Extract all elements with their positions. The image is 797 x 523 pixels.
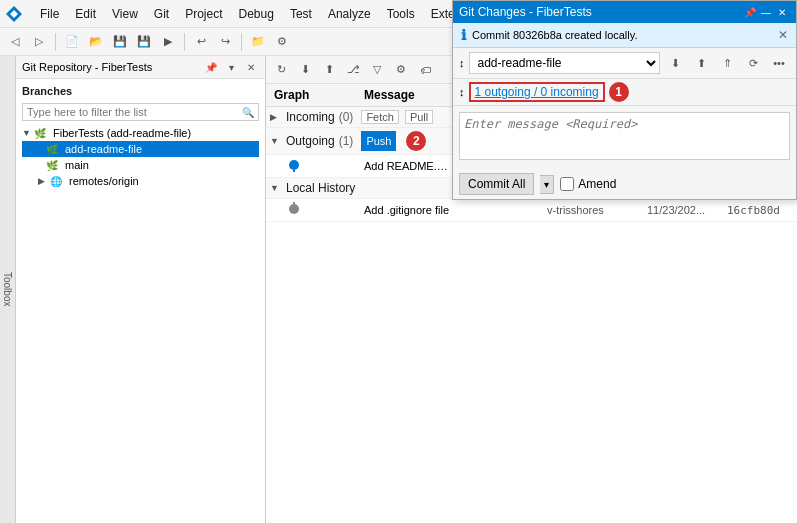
tag-btn[interactable]: 🏷 [414, 59, 436, 81]
filter-box[interactable]: 🔍 [22, 103, 259, 121]
row-date-local-1: 11/23/202... [643, 204, 723, 216]
tree-label-repo: FiberTests (add-readme-file) [53, 127, 191, 139]
gc-title-bar: Git Changes - FiberTests 📌 — ✕ [453, 1, 796, 23]
menu-tools[interactable]: Tools [379, 0, 423, 27]
back-btn[interactable]: ◁ [4, 31, 26, 53]
toolbar-divider-1 [55, 33, 56, 51]
annotation-2-badge: 2 [406, 131, 426, 151]
refresh-btn[interactable]: ↻ [270, 59, 292, 81]
gc-more-btn[interactable]: ••• [768, 52, 790, 74]
group-outgoing-label: Outgoing [286, 134, 335, 148]
local-row-1[interactable]: Add .gitignore file v-trisshores 11/23/2… [266, 199, 797, 222]
toolbar-divider-3 [241, 33, 242, 51]
toolbar-divider-2 [184, 33, 185, 51]
remotes-icon: 🌐 [50, 176, 66, 187]
toolbox-sidebar[interactable]: Toolbox [0, 56, 16, 523]
folder-btn[interactable]: 📁 [247, 31, 269, 53]
gc-minimize-btn[interactable]: — [758, 4, 774, 20]
gc-close-btn[interactable]: ✕ [774, 4, 790, 20]
group-incoming-label: Incoming [286, 110, 335, 124]
gc-fetch-btn[interactable]: ⬇ [664, 52, 686, 74]
save-all-btn[interactable]: 💾 [133, 31, 155, 53]
menu-view[interactable]: View [104, 0, 146, 27]
col-graph-header: Graph [270, 86, 360, 104]
tree-arrow-remotes: ▶ [38, 176, 50, 186]
menu-debug[interactable]: Debug [231, 0, 282, 27]
row-graph-local-1 [270, 202, 360, 218]
group-outgoing-arrow: ▼ [270, 136, 282, 146]
gc-sync-btn[interactable]: ⟳ [742, 52, 764, 74]
commit-msg-local-1: Add .gitignore file [364, 204, 449, 216]
gc-amend-label: Amend [578, 177, 616, 191]
menu-analyze[interactable]: Analyze [320, 0, 379, 27]
run-btn[interactable]: ▶ [157, 31, 179, 53]
info-icon: ℹ [461, 27, 466, 43]
group-incoming-arrow: ▶ [270, 112, 282, 122]
gc-commit-row: Commit All ▾ Amend [453, 169, 796, 199]
group-incoming-actions: Fetch Pull [361, 110, 433, 124]
pull-action-btn[interactable]: Pull [405, 110, 433, 124]
gc-message-area [453, 106, 796, 169]
tree-label-remotes: remotes/origin [69, 175, 139, 187]
panel-menu-btn[interactable]: ▾ [223, 59, 239, 75]
repo-icon: 🌿 [34, 128, 50, 139]
tree-item-add-readme[interactable]: 🌿 add-readme-file [22, 141, 259, 157]
settings-btn[interactable]: ⚙ [271, 31, 293, 53]
branch-action-btn[interactable]: ⎇ [342, 59, 364, 81]
branches-label: Branches [22, 83, 259, 99]
gc-amend-checkbox[interactable] [560, 177, 574, 191]
sync-icon: ↕ [459, 86, 465, 98]
gc-info-text: Commit 80326b8a created locally. [472, 29, 772, 41]
branches-section: Branches 🔍 ▼ 🌿 FiberTests (add-readme-fi… [16, 79, 265, 193]
row-message-local-1: Add .gitignore file [360, 204, 543, 216]
branch-icon-main: 🌿 [46, 160, 62, 171]
gc-panel-title: Git Changes - FiberTests [459, 5, 742, 19]
git-repo-title-bar: Git Repository - FiberTests 📌 ▾ ✕ [16, 56, 265, 79]
menu-project[interactable]: Project [177, 0, 230, 27]
svg-point-2 [289, 204, 299, 214]
row-author-local-1: v-trisshores [543, 204, 643, 216]
gc-branch-row: ↕ add-readme-file ⬇ ⬆ ⇑ ⟳ ••• [453, 48, 796, 79]
group-local-label: Local History [286, 181, 355, 195]
tree-item-repo[interactable]: ▼ 🌿 FiberTests (add-readme-file) [22, 125, 259, 141]
gc-info-bar: ℹ Commit 80326b8a created locally. ✕ [453, 23, 796, 48]
svg-point-0 [289, 160, 299, 170]
gc-pin-btn[interactable]: 📌 [742, 4, 758, 20]
panel-pin-btn[interactable]: 📌 [203, 59, 219, 75]
git-repo-panel: Git Repository - FiberTests 📌 ▾ ✕ Branch… [16, 56, 266, 523]
pull-btn[interactable]: ⬆ [318, 59, 340, 81]
tree-item-remotes[interactable]: ▶ 🌐 remotes/origin [22, 173, 259, 189]
filter-btn[interactable]: ▽ [366, 59, 388, 81]
redo-btn[interactable]: ↪ [214, 31, 236, 53]
open-btn[interactable]: 📂 [85, 31, 107, 53]
settings-history-btn[interactable]: ⚙ [390, 59, 412, 81]
gc-message-input[interactable] [459, 112, 790, 160]
gc-commit-btn[interactable]: Commit All [459, 173, 534, 195]
panel-close-btn[interactable]: ✕ [243, 59, 259, 75]
new-file-btn[interactable]: 📄 [61, 31, 83, 53]
gc-branch-select[interactable]: add-readme-file [469, 52, 661, 74]
group-local-arrow: ▼ [270, 183, 282, 193]
menu-file[interactable]: File [32, 0, 67, 27]
gc-push-btn[interactable]: ⇑ [716, 52, 738, 74]
tree-item-main[interactable]: 🌿 main [22, 157, 259, 173]
filter-input[interactable] [27, 106, 242, 118]
group-outgoing-count: (1) [339, 134, 354, 148]
push-action-btn[interactable]: Push [361, 131, 396, 151]
undo-btn[interactable]: ↩ [190, 31, 212, 53]
fetch-action-btn[interactable]: Fetch [361, 110, 399, 124]
menu-test[interactable]: Test [282, 0, 320, 27]
tree-label-main: main [65, 159, 89, 171]
forward-btn[interactable]: ▷ [28, 31, 50, 53]
gc-sync-link[interactable]: 1 outgoing / 0 incoming [469, 82, 605, 102]
save-btn[interactable]: 💾 [109, 31, 131, 53]
menu-git[interactable]: Git [146, 0, 177, 27]
gc-commit-dropdown[interactable]: ▾ [540, 175, 554, 194]
filter-search-icon: 🔍 [242, 107, 254, 118]
menu-edit[interactable]: Edit [67, 0, 104, 27]
gc-pull-btn[interactable]: ⬆ [690, 52, 712, 74]
gc-amend-row: Amend [560, 177, 616, 191]
fetch-btn[interactable]: ⬇ [294, 59, 316, 81]
gc-sync-row: ↕ 1 outgoing / 0 incoming 1 [453, 79, 796, 106]
gc-info-close-btn[interactable]: ✕ [778, 28, 788, 42]
